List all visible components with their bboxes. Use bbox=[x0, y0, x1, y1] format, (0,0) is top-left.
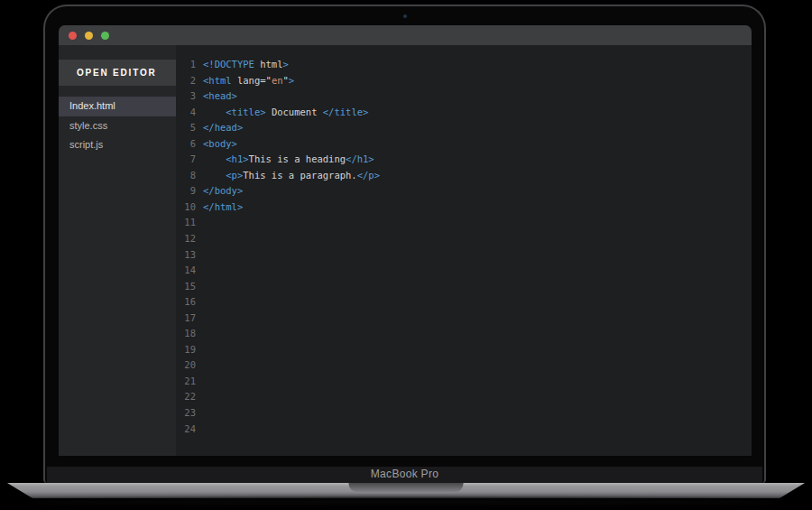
code-line-7[interactable]: 7 <h1>This is a heading</h1> bbox=[176, 152, 752, 168]
code-line-24[interactable]: 24 bbox=[176, 422, 752, 438]
code-line-12[interactable]: 12 bbox=[176, 231, 752, 247]
code-text: <body> bbox=[203, 136, 237, 153]
code-text: <p>This is a paragraph.</p> bbox=[203, 168, 380, 184]
line-number: 3 bbox=[176, 88, 196, 105]
code-line-4[interactable]: 4 <title> Document </title> bbox=[176, 105, 752, 121]
line-number: 11 bbox=[176, 215, 196, 231]
line-number: 15 bbox=[176, 279, 196, 295]
laptop-shadow bbox=[27, 498, 785, 505]
code-line-8[interactable]: 8 <p>This is a paragraph.</p> bbox=[176, 168, 752, 184]
code-line-21[interactable]: 21 bbox=[176, 374, 752, 390]
webcam-dot bbox=[403, 14, 407, 18]
code-text: <html lang="en"> bbox=[203, 73, 294, 89]
code-text: <!DOCTYPE html> bbox=[203, 57, 289, 73]
window-body: OPEN EDITOR Index.htmlstyle.cssscript.js… bbox=[59, 45, 752, 456]
code-editor[interactable]: 1<!DOCTYPE html>2<html lang="en">3<head>… bbox=[176, 45, 752, 456]
line-number: 4 bbox=[176, 105, 196, 121]
open-editor-header: OPEN EDITOR bbox=[59, 60, 176, 86]
code-text: </html> bbox=[203, 199, 243, 216]
editor-window: OPEN EDITOR Index.htmlstyle.cssscript.js… bbox=[59, 25, 752, 456]
code-line-17[interactable]: 17 bbox=[176, 311, 752, 327]
file-item-index.html[interactable]: Index.html bbox=[59, 97, 176, 116]
code-line-3[interactable]: 3<head> bbox=[176, 88, 752, 105]
code-line-16[interactable]: 16 bbox=[176, 294, 752, 311]
code-line-19[interactable]: 19 bbox=[176, 342, 752, 358]
code-line-1[interactable]: 1<!DOCTYPE html> bbox=[176, 57, 752, 73]
line-number: 1 bbox=[176, 57, 196, 73]
code-line-14[interactable]: 14 bbox=[176, 263, 752, 279]
line-number: 10 bbox=[176, 199, 196, 216]
close-button[interactable] bbox=[69, 32, 77, 40]
code-text: <head> bbox=[203, 88, 237, 105]
code-line-20[interactable]: 20 bbox=[176, 357, 752, 374]
file-item-script.js[interactable]: script.js bbox=[59, 135, 176, 155]
code-line-6[interactable]: 6<body> bbox=[176, 136, 752, 153]
code-line-15[interactable]: 15 bbox=[176, 279, 752, 295]
line-number: 16 bbox=[176, 294, 196, 311]
line-number: 19 bbox=[176, 342, 196, 358]
line-number: 5 bbox=[176, 120, 196, 136]
line-number: 13 bbox=[176, 247, 196, 264]
lid-notch bbox=[349, 483, 464, 492]
code-line-2[interactable]: 2<html lang="en"> bbox=[176, 73, 752, 89]
code-text: <title> Document </title> bbox=[203, 105, 368, 121]
code-line-18[interactable]: 18 bbox=[176, 326, 752, 342]
code-line-23[interactable]: 23 bbox=[176, 405, 752, 422]
line-number: 18 bbox=[176, 326, 196, 342]
window-titlebar[interactable] bbox=[59, 25, 752, 45]
code-line-10[interactable]: 10</html> bbox=[176, 199, 752, 216]
page-background: OPEN EDITOR Index.htmlstyle.cssscript.js… bbox=[0, 0, 812, 510]
code-line-13[interactable]: 13 bbox=[176, 247, 752, 264]
code-text: </body> bbox=[203, 183, 243, 199]
laptop-base bbox=[7, 483, 805, 498]
line-number: 23 bbox=[176, 405, 196, 422]
file-list: Index.htmlstyle.cssscript.js bbox=[59, 97, 176, 155]
line-number: 12 bbox=[176, 231, 196, 247]
line-number: 14 bbox=[176, 263, 196, 279]
maximize-button[interactable] bbox=[101, 32, 109, 40]
line-number: 7 bbox=[176, 152, 196, 168]
minimize-button[interactable] bbox=[85, 32, 93, 40]
line-number: 24 bbox=[176, 422, 196, 438]
line-number: 20 bbox=[176, 357, 196, 374]
code-line-9[interactable]: 9</body> bbox=[176, 183, 752, 199]
code-line-5[interactable]: 5</head> bbox=[176, 120, 752, 136]
code-line-11[interactable]: 11 bbox=[176, 215, 752, 231]
sidebar: OPEN EDITOR Index.htmlstyle.cssscript.js bbox=[59, 45, 176, 456]
code-text: </head> bbox=[203, 120, 243, 136]
line-number: 9 bbox=[176, 183, 196, 199]
line-number: 22 bbox=[176, 389, 196, 405]
line-number: 21 bbox=[176, 374, 196, 390]
line-number: 8 bbox=[176, 168, 196, 184]
line-number: 17 bbox=[176, 311, 196, 327]
file-item-style.css[interactable]: style.css bbox=[59, 116, 176, 136]
laptop-screen: OPEN EDITOR Index.htmlstyle.cssscript.js… bbox=[43, 5, 766, 483]
line-number: 2 bbox=[176, 73, 196, 89]
line-number: 6 bbox=[176, 136, 196, 153]
macbook-pro-label: MacBook Pro bbox=[45, 468, 764, 480]
code-text: <h1>This is a heading</h1> bbox=[203, 152, 374, 168]
code-line-22[interactable]: 22 bbox=[176, 389, 752, 405]
